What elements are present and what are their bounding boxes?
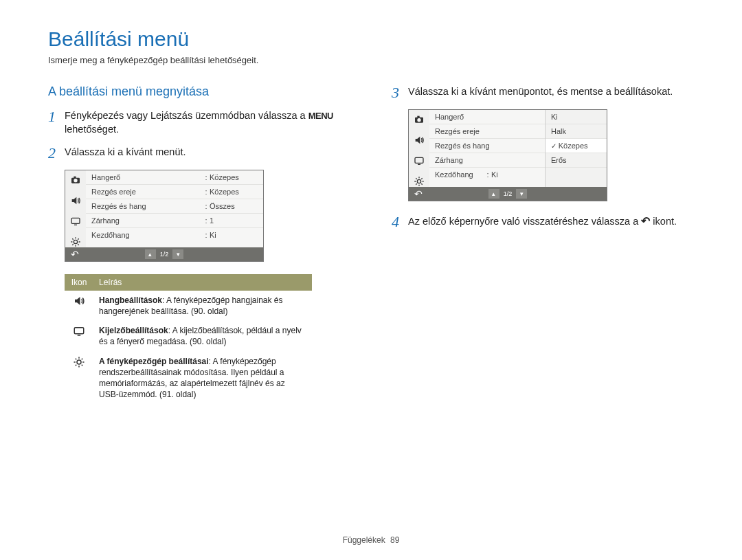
display-icon [73,325,85,337]
camera-lcd-screenshot-1: Hangerő:KözepesRezgés ereje:KözepesRezgé… [65,170,264,262]
lcd-option: Halk [546,124,607,139]
lcd-key: Zárhang [91,216,203,225]
camera-icon [70,175,81,186]
back-icon: ↶ [413,188,424,199]
page-down-icon: ▾ [172,249,183,259]
lcd-row: Hangerő:Közepes [86,170,263,185]
table-head-icon: Ikon [65,274,93,291]
lcd-option: Erős [546,153,607,168]
display-icon [414,155,425,166]
table-desc: Kijelzőbeállítások: A kijelzőbeállítások… [93,321,312,351]
page-indicator: 1/2 [502,190,514,197]
lcd-value: Közepes [210,188,258,196]
table-desc: A fényképezőgép beállításai: A fényképez… [93,352,312,405]
lcd-value: Közepes [210,173,258,181]
step-number: 1 [48,109,65,125]
page-down-icon: ▾ [516,189,527,199]
lcd-option: Közepes [546,139,607,153]
sound-icon [70,195,81,206]
lcd-row: Zárhang [429,153,545,168]
sound-icon [73,295,85,307]
step-4: 4 Az előző képernyőre való visszatéréshe… [392,214,694,230]
step-2-text: Válassza ki a kívánt menüt. [65,145,350,159]
step-1: 1 Fényképezés vagy Lejátszás üzemmódban … [48,109,350,137]
table-row: Hangbeállítások: A fényképezőgép hangjai… [65,291,312,321]
lcd-value: Összes [210,202,258,210]
lcd-row: Hangerő [429,110,545,124]
page-indicator: 1/2 [159,251,170,258]
lcd-key: Rezgés ereje [91,188,203,196]
page-footer: Függelékek 89 [0,535,742,545]
lcd-row: Rezgés ereje [429,124,545,139]
lcd-key: Kezdőhang [435,170,484,179]
step-1-text-a: Fényképezés vagy Lejátszás üzemmódban vá… [65,110,308,121]
page-subtitle: Ismerje meg a fényképezőgép beállítási l… [48,55,694,65]
lcd-row: Kezdőhang:Ki [429,168,545,181]
table-row: A fényképezőgép beállításai: A fényképez… [65,352,312,405]
step-number: 3 [392,85,408,101]
step-3: 3 Válassza ki a kívánt menüpontot, és me… [392,85,694,101]
step-3-text: Válassza ki a kívánt menüpontot, és ment… [408,85,694,98]
step-4-text-b: ikont. [650,216,677,227]
gear-icon [73,356,85,368]
page-up-icon: ▴ [488,189,499,199]
lcd-value: 1 [210,216,258,225]
lcd-value: Ki [210,231,258,239]
step-1-text-b: lehetőséget. [65,124,119,135]
display-icon [70,216,81,227]
step-4-text-a: Az előző képernyőre való visszatéréshez … [408,216,641,227]
step-number: 4 [392,214,408,230]
table-head-desc: Leírás [93,274,312,291]
return-icon: ↶ [641,215,650,227]
lcd-key: Kezdőhang [91,231,203,239]
back-icon: ↶ [69,249,80,260]
icon-description-table: Ikon Leírás Hangbeállítások: A fényképez… [65,274,312,405]
lcd-row: Rezgés és hang [429,139,545,153]
table-desc: Hangbeállítások: A fényképezőgép hangjai… [93,291,312,321]
lcd-row: Kezdőhang:Ki [86,228,263,242]
lcd-row: Zárhang:1 [86,214,263,228]
page-up-icon: ▴ [145,249,156,259]
section-heading: A beállítási menü megnyitása [48,85,350,99]
lcd-key: Rezgés és hang [435,142,539,150]
menu-label-icon: MENU [308,111,333,121]
footer-label: Függelékek [343,535,385,545]
page-title: Beállítási menü [48,27,694,51]
lcd-key: Zárhang [435,156,539,164]
lcd-option: Ki [546,110,607,124]
lcd-key: Hangerő [435,113,539,121]
gear-icon [414,176,425,187]
lcd-row: Rezgés és hang:Összes [86,199,263,214]
footer-page-number: 89 [390,535,399,545]
lcd-key: Rezgés és hang [91,202,203,210]
lcd-key: Rezgés ereje [435,127,539,135]
step-number: 2 [48,145,65,161]
step-2: 2 Válassza ki a kívánt menüt. [48,145,350,161]
table-row: Kijelzőbeállítások: A kijelzőbeállítások… [65,321,312,351]
lcd-key: Hangerő [91,173,203,181]
camera-icon [414,114,425,125]
lcd-row: Rezgés ereje:Közepes [86,185,263,199]
sound-icon [414,135,425,146]
camera-lcd-screenshot-2: HangerőRezgés erejeRezgés és hangZárhang… [408,109,607,201]
lcd-value: Ki [491,170,539,179]
gear-icon [70,236,81,247]
